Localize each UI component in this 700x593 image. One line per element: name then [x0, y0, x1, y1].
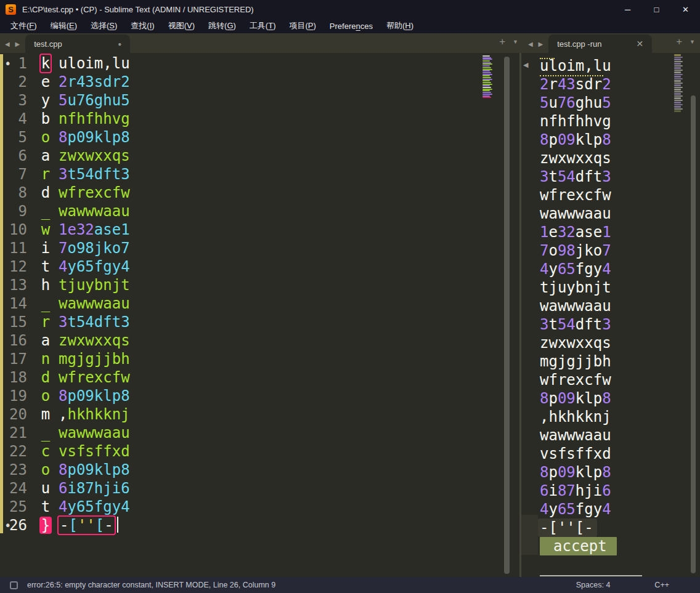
tab-scroll-arrows-right[interactable]: ◀ ▶ — [523, 41, 548, 53]
output-line[interactable]: 3t54dft3 — [540, 167, 611, 186]
indentation-setting[interactable]: Spaces: 4 — [576, 581, 611, 589]
code-line[interactable]: 3y5u76ghu5 — [0, 91, 481, 110]
tab-test-cpp-run[interactable]: test.cpp -run ✕ — [548, 34, 652, 53]
line-number[interactable]: 14 — [0, 294, 27, 313]
line-number[interactable]: 12 — [0, 257, 27, 276]
line-number[interactable]: 2 — [0, 73, 27, 91]
code-line[interactable]: 11i7o98jko7 — [0, 239, 481, 257]
code-line[interactable]: 22cvsfsffxd — [0, 442, 481, 461]
line-number[interactable]: 8 — [0, 184, 27, 202]
output-line[interactable]: zwxwxxqs — [540, 334, 611, 352]
menu-item-v[interactable]: 视图(V) — [161, 18, 201, 33]
line-number[interactable]: 10 — [0, 220, 27, 239]
output-line[interactable]: mgjgjjbh — [540, 352, 611, 371]
minimize-button[interactable]: ─ — [613, 0, 642, 18]
output-line[interactable]: tjuybnjt — [540, 278, 611, 297]
output-line[interactable]: ,hkhkknj — [540, 408, 611, 426]
line-number[interactable]: 23 — [0, 461, 27, 479]
tab-close-icon[interactable]: ✕ — [636, 39, 643, 49]
tab-list-dropdown[interactable]: ▼ — [513, 39, 518, 45]
output-line[interactable]: -[''[- — [540, 518, 597, 537]
code-line[interactable]: 19o8p09klp8 — [0, 387, 481, 405]
output-line[interactable]: 6i87hji6 — [540, 482, 611, 500]
code-line[interactable]: 2e2r43sdr2 — [0, 73, 481, 91]
code-line[interactable]: 24u6i87hji6 — [0, 479, 481, 498]
output-line[interactable]: 2r43sdr2 — [540, 75, 611, 94]
code-line[interactable]: 20m,hkhkknj — [0, 405, 481, 424]
line-number[interactable]: 25 — [0, 498, 27, 516]
line-number[interactable]: 22 — [0, 442, 27, 461]
code-line[interactable]: 10w1e32ase1 — [0, 220, 481, 239]
output-line[interactable]: 7o98jko7 — [540, 241, 611, 260]
code-line[interactable]: 8dwfrexcfw — [0, 184, 481, 202]
scrollbar-thumb-right[interactable] — [691, 95, 696, 573]
menu-item-e[interactable]: 编辑(E) — [44, 18, 84, 33]
line-number[interactable]: 5 — [0, 128, 27, 147]
line-number[interactable]: 15 — [0, 313, 27, 331]
output-line[interactable]: wfrexcfw — [540, 186, 611, 204]
line-number[interactable]: 19 — [0, 387, 27, 405]
line-number[interactable]: 7 — [0, 165, 27, 184]
line-number[interactable]: 6 — [0, 147, 27, 165]
maximize-button[interactable]: □ — [642, 0, 671, 18]
line-number[interactable]: 4 — [0, 110, 27, 128]
line-number[interactable]: 3 — [0, 91, 27, 110]
output-line[interactable]: uloim,lu — [540, 57, 611, 75]
tab-list-dropdown-right[interactable]: ▼ — [690, 39, 695, 45]
code-line[interactable]: 5o8p09klp8 — [0, 128, 481, 147]
output-line[interactable]: 1e32ase1 — [540, 223, 611, 241]
code-line[interactable]: 9_wawwwaau — [0, 202, 481, 220]
minimap-right[interactable] — [674, 54, 683, 113]
code-line[interactable]: 4bnfhfhhvg — [0, 110, 481, 128]
code-line[interactable]: 16azwxwxxqs — [0, 331, 481, 350]
vintage-mode-icon[interactable] — [10, 581, 18, 589]
output-line[interactable]: 3t54dft3 — [540, 315, 611, 334]
output-line[interactable]: wfrexcfw — [540, 371, 611, 389]
output-line[interactable]: 4y65fgy4 — [540, 500, 611, 518]
tab-test-cpp[interactable]: test.cpp ● — [25, 34, 130, 53]
line-number[interactable]: 24 — [0, 479, 27, 498]
menu-item-h[interactable]: 帮助(H) — [380, 18, 420, 33]
output-pane[interactable]: ◀ uloim,lu2r43sdr25u76ghu5nfhfhhvg8p09kl… — [521, 53, 698, 577]
code-line[interactable]: •1kuloim,lu — [0, 54, 481, 73]
output-line[interactable]: wawwwaau — [540, 297, 611, 315]
code-line[interactable]: 21_wawwwaau — [0, 424, 481, 442]
output-line[interactable]: 4y65fgy4 — [540, 260, 611, 278]
code-line[interactable]: 25t4y65fgy4 — [0, 498, 481, 516]
output-line[interactable]: wawwwaau — [540, 204, 611, 223]
new-tab-button[interactable]: + — [499, 36, 505, 48]
code-line[interactable]: 7r3t54dft3 — [0, 165, 481, 184]
code-line[interactable]: 15r3t54dft3 — [0, 313, 481, 331]
minimap[interactable] — [482, 55, 493, 99]
scrollbar-thumb[interactable] — [504, 57, 510, 574]
line-number[interactable]: 11 — [0, 239, 27, 257]
syntax-setting[interactable]: C++ — [654, 581, 669, 589]
output-line[interactable]: wawwwaau — [540, 426, 611, 445]
close-button[interactable]: ✕ — [671, 0, 700, 18]
line-number[interactable]: 9 — [0, 202, 27, 220]
line-number[interactable]: 21 — [0, 424, 27, 442]
code-line[interactable]: 18dwfrexcfw — [0, 368, 481, 387]
code-line[interactable]: •26}-[''[- — [0, 516, 481, 535]
code-pane[interactable]: •1kuloim,lu2e2r43sdr23y5u76ghu54bnfhfhhv… — [0, 53, 521, 577]
menu-item-f[interactable]: 文件(F) — [4, 18, 44, 33]
output-line[interactable]: nfhfhhvg — [540, 112, 611, 131]
menu-item-g[interactable]: 跳转(G) — [201, 18, 243, 33]
output-line[interactable]: zwxwxxqs — [540, 149, 611, 167]
output-accept-row[interactable]: accept — [540, 537, 617, 555]
output-line[interactable]: 8p09klp8 — [540, 463, 611, 482]
code-line[interactable]: 13htjuybnjt — [0, 276, 481, 294]
code-line[interactable]: 14_wawwwaau — [0, 294, 481, 313]
line-number[interactable]: 18 — [0, 368, 27, 387]
output-line[interactable]: 8p09klp8 — [540, 131, 611, 149]
line-number[interactable]: 13 — [0, 276, 27, 294]
code-line[interactable]: 12t4y65fgy4 — [0, 257, 481, 276]
menu-item-p[interactable]: 项目(P) — [282, 18, 322, 33]
output-line[interactable]: 5u76ghu5 — [540, 94, 611, 112]
output-line[interactable]: 8p09klp8 — [540, 389, 611, 408]
menu-item-s[interactable]: 选择(S) — [84, 18, 124, 33]
menu-item-i[interactable]: 查找(I) — [124, 18, 161, 33]
tab-scroll-arrows[interactable]: ◀ ▶ — [0, 41, 25, 53]
line-number[interactable]: 16 — [0, 331, 27, 350]
line-number[interactable]: 17 — [0, 350, 27, 368]
